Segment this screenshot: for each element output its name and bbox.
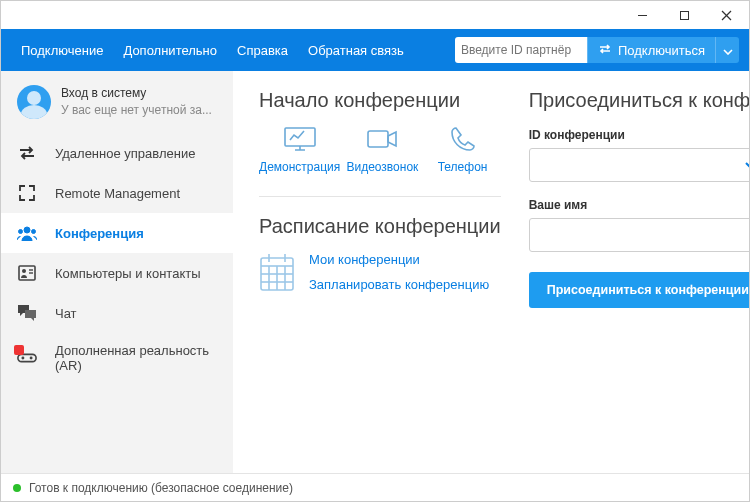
meeting-id-field[interactable]: [529, 148, 750, 182]
start-meeting-heading: Начало конференции: [259, 89, 501, 112]
sidebar-item-label: Конференция: [55, 226, 144, 241]
menu-feedback[interactable]: Обратная связь: [298, 43, 414, 58]
sidebar-item-remote-control[interactable]: Удаленное управление: [1, 133, 233, 173]
connect-dropdown[interactable]: [715, 37, 739, 63]
status-bar: Готов к подключению (безопасное соединен…: [1, 473, 749, 501]
video-icon: [365, 126, 399, 152]
sidebar-item-meeting[interactable]: Конференция: [1, 213, 233, 253]
chat-icon: [17, 303, 37, 323]
contacts-icon: [17, 263, 37, 283]
sidebar-item-contacts[interactable]: Компьютеры и контакты: [1, 253, 233, 293]
svg-point-6: [32, 230, 36, 234]
menu-connection[interactable]: Подключение: [11, 43, 113, 58]
window-titlebar: [1, 1, 749, 29]
phone-icon: [446, 126, 480, 152]
sidebar-item-label: Дополненная реальность (AR): [55, 343, 217, 373]
svg-point-12: [21, 357, 24, 360]
svg-point-8: [22, 269, 26, 273]
avatar: [17, 85, 51, 119]
close-button[interactable]: [705, 1, 747, 29]
connect-button-label: Подключиться: [618, 43, 705, 58]
expand-icon: [17, 183, 37, 203]
sidebar-item-label: Компьютеры и контакты: [55, 266, 201, 281]
meeting-icon: [17, 223, 37, 243]
svg-rect-14: [285, 128, 315, 146]
meeting-id-input[interactable]: [538, 158, 744, 173]
svg-point-4: [24, 227, 30, 233]
svg-point-5: [19, 230, 23, 234]
svg-rect-1: [680, 11, 688, 19]
menu-help[interactable]: Справка: [227, 43, 298, 58]
meeting-id-label: ID конференции: [529, 128, 750, 142]
option-label: Демонстрация: [259, 160, 340, 174]
status-text: Готов к подключению (безопасное соединен…: [29, 481, 293, 495]
presentation-icon: [283, 126, 317, 152]
join-meeting-heading: Присоединиться к конф...: [529, 89, 750, 112]
sidebar-item-label: Удаленное управление: [55, 146, 195, 161]
your-name-field[interactable]: [529, 218, 750, 252]
join-meeting-button[interactable]: Присоединиться к конференции: [529, 272, 750, 308]
sign-in-subtext: У вас еще нет учетной за...: [61, 102, 212, 119]
profile-section[interactable]: Вход в систему У вас еще нет учетной за.…: [1, 71, 233, 133]
sidebar-item-label: Remote Management: [55, 186, 180, 201]
sign-in-label: Вход в систему: [61, 85, 212, 102]
my-meetings-link[interactable]: Мои конференции: [309, 252, 489, 267]
main-content: Начало конференции Демонстрация Видеозво…: [233, 71, 749, 473]
your-name-input[interactable]: [538, 228, 750, 243]
schedule-meeting-link[interactable]: Запланировать конференцию: [309, 277, 489, 292]
swap-icon: [598, 43, 612, 58]
sidebar-item-label: Чат: [55, 306, 77, 321]
svg-rect-11: [18, 354, 36, 361]
sidebar-item-ar[interactable]: Дополненная реальность (AR): [1, 333, 233, 383]
calendar-icon: [259, 252, 295, 292]
connect-button[interactable]: Подключиться: [587, 37, 715, 63]
menubar: Подключение Дополнительно Справка Обратн…: [1, 29, 749, 71]
menu-extras[interactable]: Дополнительно: [113, 43, 227, 58]
option-video-call[interactable]: Видеозвонок: [344, 126, 420, 174]
your-name-label: Ваше имя: [529, 198, 750, 212]
ar-icon: [17, 348, 37, 368]
swap-arrows-icon: [17, 143, 37, 163]
sidebar-item-remote-management[interactable]: Remote Management: [1, 173, 233, 213]
sidebar-item-chat[interactable]: Чат: [1, 293, 233, 333]
option-label: Видеозвонок: [346, 160, 418, 174]
svg-point-13: [30, 357, 33, 360]
option-label: Телефон: [438, 160, 488, 174]
sidebar: Вход в систему У вас еще нет учетной за.…: [1, 71, 233, 473]
schedule-heading: Расписание конференции: [259, 215, 501, 238]
status-dot-icon: [13, 484, 21, 492]
partner-id-input[interactable]: [455, 37, 587, 63]
minimize-button[interactable]: [621, 1, 663, 29]
chevron-down-icon: [723, 43, 733, 58]
maximize-button[interactable]: [663, 1, 705, 29]
option-phone[interactable]: Телефон: [424, 126, 500, 174]
divider: [259, 196, 501, 197]
new-badge: [14, 345, 24, 355]
svg-rect-15: [368, 131, 388, 147]
option-presentation[interactable]: Демонстрация: [259, 126, 340, 174]
chevron-down-icon[interactable]: [744, 158, 750, 173]
